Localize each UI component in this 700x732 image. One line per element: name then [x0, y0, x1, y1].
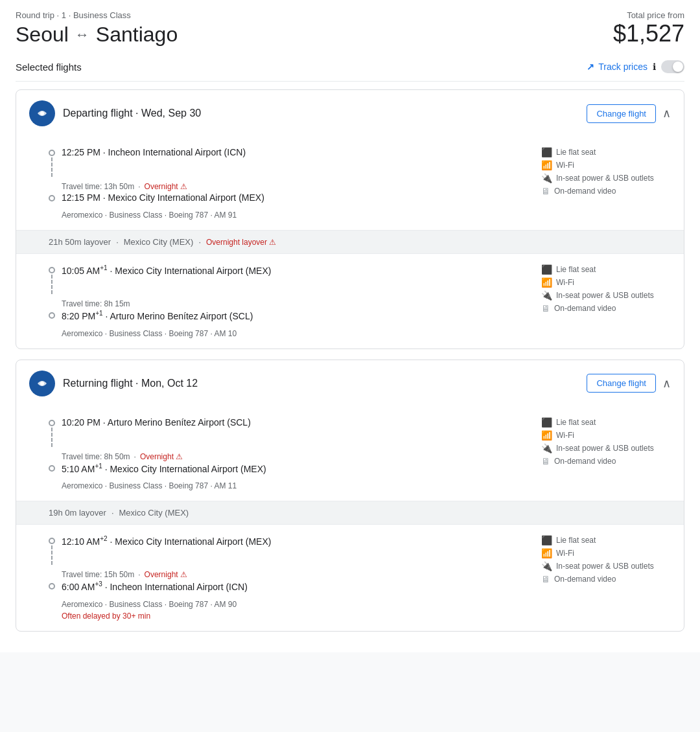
returning-collapse-icon[interactable]: ∧: [662, 376, 671, 391]
trend-icon: ↗: [587, 62, 594, 72]
dep1-arrive-time: 12:15 PM: [62, 192, 100, 203]
ret1-airline-info: Aeromexico · Business Class · Boeing 787…: [62, 481, 266, 490]
dep-layover-bar: 21h 50m layover · Mexico City (MEX) · Ov…: [16, 230, 684, 254]
warning-icon-ret2: ⚠: [180, 570, 187, 579]
returning-segment-2: 12:10 AM+2 · Mexico City International A…: [16, 525, 684, 631]
returning-change-flight-button[interactable]: Change flight: [587, 374, 656, 393]
ret2-arrive-airport: Incheon International Airport (ICN): [110, 582, 247, 592]
arrive-dot-2: [49, 312, 55, 319]
departing-segment-1: 12:25 PM · Incheon International Airport…: [16, 137, 684, 230]
dep-layover-location: Mexico City (MEX): [124, 237, 194, 247]
ret-route-line-1: [51, 428, 52, 447]
depart-dot-1: [49, 150, 55, 156]
svg-point-3: [40, 382, 44, 385]
dep2-arrive-time: 8:20 PM: [62, 311, 95, 321]
ret1-depart-airport: Arturo Merino Benítez Airport (SCL): [108, 417, 251, 428]
selected-flights-label: Selected flights: [16, 62, 82, 73]
returning-flight-title: Returning flight · Mon, Oct 12: [63, 378, 198, 389]
ret-arrive-dot-2: [49, 583, 55, 589]
dep1-amenities: ⬛Lie flat seat 📶Wi-Fi 🔌In-seat power & U…: [541, 147, 671, 196]
ret2-depart-time: 12:10 AM: [62, 536, 100, 547]
ret1-depart-time: 10:20 PM: [62, 417, 100, 428]
warning-icon-layover: ⚠: [269, 238, 276, 247]
dep1-depart-time: 12:25 PM: [62, 147, 100, 157]
dep1-travel-time: Travel time: 13h 50m: [62, 182, 134, 191]
svg-point-1: [40, 111, 44, 115]
dep1-airline-info: Aeromexico · Business Class · Boeing 787…: [62, 211, 264, 220]
ret-layover-bar: 19h 0m layover · Mexico City (MEX): [16, 501, 684, 525]
route-line-1: [51, 157, 52, 177]
dep2-amenities: ⬛Lie flat seat 📶Wi-Fi 🔌In-seat power & U…: [541, 264, 671, 314]
depart-dot-2: [49, 267, 55, 273]
trip-info: Round trip · 1 · Business Class: [16, 10, 178, 20]
departing-flight-title: Departing flight · Wed, Sep 30: [63, 108, 201, 119]
ret-layover-duration: 19h 0m layover: [49, 508, 106, 518]
route-to: Santiago: [96, 23, 178, 47]
dep1-overnight-badge: Overnight ⚠: [145, 182, 187, 191]
ret-arrive-dot-1: [49, 465, 55, 472]
dep2-depart-airport: Mexico City International Airport (MEX): [115, 266, 271, 276]
dep1-arrive-airport: Mexico City International Airport (MEX): [108, 192, 264, 203]
ret2-arrive-time: 6:00 AM: [62, 582, 95, 592]
dep2-airline-info: Aeromexico · Business Class · Boeing 787…: [62, 329, 271, 338]
dep2-arrive-airport: Arturo Merino Benítez Airport (SCL): [110, 311, 253, 321]
dep2-depart-time: 10:05 AM: [62, 266, 100, 276]
ret-depart-dot-2: [49, 538, 55, 544]
returning-airline-logo: [29, 371, 55, 396]
route-line-2: [51, 275, 52, 294]
total-price: $1,527: [613, 20, 684, 47]
track-prices-toggle[interactable]: [661, 60, 684, 73]
ret2-amenities: ⬛Lie flat seat 📶Wi-Fi 🔌In-seat power & U…: [541, 535, 671, 584]
warning-icon-ret1: ⚠: [176, 452, 183, 461]
dep-layover-duration: 21h 50m layover: [49, 237, 111, 247]
ret-depart-dot-1: [49, 420, 55, 426]
route-arrow-icon: ↔: [75, 27, 89, 43]
returning-flight-card: Returning flight · Mon, Oct 12 Change fl…: [16, 360, 684, 632]
departing-change-flight-button[interactable]: Change flight: [587, 104, 656, 123]
route-from: Seoul: [16, 23, 69, 47]
track-prices-label: Track prices: [598, 62, 648, 72]
dep2-travel-time: Travel time: 8h 15m: [62, 299, 130, 308]
track-prices-button[interactable]: ↗ Track prices: [587, 62, 648, 72]
ret2-often-delayed: Often delayed by 30+ min: [62, 612, 271, 621]
ret1-overnight-badge: Overnight ⚠: [140, 452, 183, 461]
ret-layover-location: Mexico City (MEX): [119, 508, 189, 518]
departing-airline-logo: [29, 100, 55, 126]
departing-flight-card: Departing flight · Wed, Sep 30 Change fl…: [16, 89, 684, 349]
price-label: Total price from: [613, 10, 684, 20]
ret-route-line-2: [51, 545, 52, 565]
arrive-dot-1: [49, 195, 55, 201]
ret2-overnight-badge: Overnight ⚠: [145, 570, 187, 579]
ret1-amenities: ⬛Lie flat seat 📶Wi-Fi 🔌In-seat power & U…: [541, 417, 671, 466]
warning-icon-1: ⚠: [180, 182, 187, 191]
returning-segment-1: 10:20 PM · Arturo Merino Benítez Airport…: [16, 407, 684, 501]
track-prices-info-icon[interactable]: ℹ: [653, 62, 656, 72]
ret2-airline-info: Aeromexico · Business Class · Boeing 787…: [62, 600, 271, 609]
dep-layover-overnight: Overnight layover ⚠: [206, 238, 276, 247]
ret1-travel-time: Travel time: 8h 50m: [62, 452, 130, 461]
ret1-arrive-time: 5:10 AM: [62, 463, 95, 474]
dep1-depart-airport: Incheon International Airport (ICN): [108, 147, 246, 157]
departing-collapse-icon[interactable]: ∧: [662, 106, 671, 120]
departing-segment-2: 10:05 AM+1 · Mexico City International A…: [16, 254, 684, 349]
ret1-arrive-airport: Mexico City International Airport (MEX): [110, 463, 266, 474]
ret2-travel-time: Travel time: 15h 50m: [62, 570, 134, 579]
ret2-depart-airport: Mexico City International Airport (MEX): [115, 536, 271, 547]
